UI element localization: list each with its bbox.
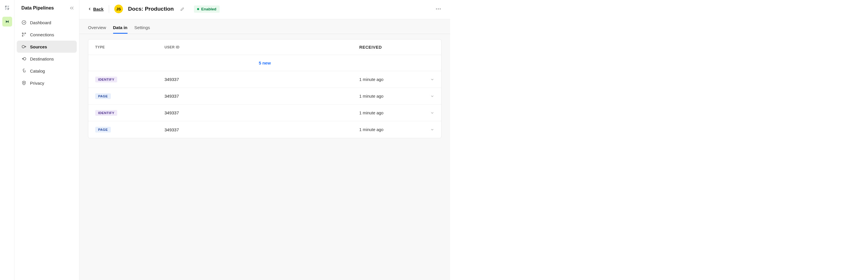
- sidebar-item-sources[interactable]: Sources: [17, 41, 77, 53]
- more-menu-button[interactable]: [435, 6, 441, 12]
- dashboard-icon: [21, 20, 27, 25]
- table-header: TYPE USER ID RECEIVED: [88, 39, 441, 55]
- app-logo-icon[interactable]: [3, 4, 11, 11]
- chevron-left-icon: [88, 7, 91, 11]
- source-title: Docs: Production: [128, 6, 174, 12]
- table-row[interactable]: IDENTIFY 349337 1 minute ago: [88, 105, 441, 121]
- expand-row-button[interactable]: [430, 111, 434, 115]
- chevron-down-icon: [430, 94, 434, 98]
- svg-point-5: [22, 45, 25, 48]
- sidebar-item-label: Catalog: [30, 69, 45, 73]
- sources-icon: [21, 44, 27, 49]
- column-type: TYPE: [95, 45, 164, 49]
- event-received: 1 minute ago: [359, 111, 423, 115]
- app-root: Data Pipelines Dashboard Connections: [0, 0, 868, 280]
- expand-row-button[interactable]: [430, 94, 434, 98]
- svg-point-1: [24, 22, 24, 23]
- svg-point-8: [436, 8, 437, 9]
- svg-point-10: [440, 8, 441, 9]
- sidebar-item-catalog[interactable]: Catalog: [17, 65, 77, 77]
- chevron-down-icon: [430, 111, 434, 115]
- edit-title-button[interactable]: [180, 7, 185, 11]
- app-rail: [0, 0, 14, 280]
- event-type-badge: PAGE: [95, 127, 111, 133]
- back-label: Back: [93, 7, 103, 11]
- main-body: Overview Data in Settings TYPE USER ID R…: [80, 19, 450, 280]
- event-user-id: 349337: [164, 127, 359, 132]
- svg-point-3: [25, 33, 26, 34]
- app-nav-selected-icon[interactable]: [2, 17, 12, 27]
- chevron-down-icon: [430, 77, 434, 81]
- vertical-divider: [109, 5, 109, 13]
- back-button[interactable]: Back: [88, 7, 103, 11]
- tab-overview[interactable]: Overview: [88, 25, 106, 34]
- sidebar-title: Data Pipelines: [21, 5, 54, 11]
- dots-horizontal-icon: [435, 6, 441, 12]
- table-row[interactable]: PAGE 349337 1 minute ago: [88, 88, 441, 105]
- connections-icon: [21, 32, 27, 37]
- event-type-badge: IDENTIFY: [95, 110, 117, 116]
- column-user-id: USER ID: [164, 45, 359, 49]
- tab-data-in[interactable]: Data in: [113, 25, 128, 34]
- svg-point-6: [23, 58, 26, 60]
- pencil-icon: [180, 7, 185, 11]
- table-row[interactable]: IDENTIFY 349337 1 minute ago: [88, 71, 441, 88]
- svg-point-2: [22, 33, 23, 34]
- collapse-sidebar-button[interactable]: [69, 5, 74, 11]
- event-type-badge: IDENTIFY: [95, 77, 117, 82]
- svg-point-4: [22, 35, 23, 36]
- chevron-down-icon: [430, 128, 434, 132]
- sidebar: Data Pipelines Dashboard Connections: [14, 0, 80, 280]
- source-badge: JS: [114, 5, 123, 13]
- sidebar-header: Data Pipelines: [14, 5, 79, 16]
- event-type-badge: PAGE: [95, 93, 111, 99]
- sidebar-item-destinations[interactable]: Destinations: [17, 53, 77, 65]
- sidebar-item-label: Destinations: [30, 57, 54, 61]
- sidebar-item-connections[interactable]: Connections: [17, 29, 77, 41]
- column-received: RECEIVED: [359, 45, 423, 49]
- tab-settings[interactable]: Settings: [134, 25, 150, 34]
- events-table: TYPE USER ID RECEIVED 5 new IDENTIFY 349…: [88, 39, 441, 138]
- event-user-id: 349337: [164, 94, 359, 99]
- new-events-banner[interactable]: 5 new: [88, 55, 441, 71]
- catalog-icon: [21, 68, 27, 73]
- topbar: Back JS Docs: Production Enabled: [80, 0, 450, 19]
- expand-row-button[interactable]: [430, 77, 434, 81]
- sidebar-item-label: Connections: [30, 32, 54, 37]
- empty-right-gap: [450, 0, 868, 280]
- svg-rect-7: [24, 83, 25, 83]
- sidebar-item-privacy[interactable]: Privacy: [17, 77, 77, 89]
- status-label: Enabled: [201, 7, 216, 11]
- event-received: 1 minute ago: [359, 94, 423, 99]
- main: Back JS Docs: Production Enabled Overvie…: [80, 0, 450, 280]
- sidebar-item-dashboard[interactable]: Dashboard: [17, 16, 77, 29]
- event-user-id: 349337: [164, 110, 359, 115]
- sidebar-item-label: Privacy: [30, 81, 44, 85]
- event-user-id: 349337: [164, 77, 359, 82]
- sidebar-nav: Dashboard Connections Sources Destinatio…: [14, 16, 79, 89]
- event-received: 1 minute ago: [359, 127, 423, 132]
- sidebar-item-label: Dashboard: [30, 20, 51, 25]
- privacy-icon: [21, 80, 27, 85]
- sidebar-item-label: Sources: [30, 44, 47, 49]
- event-received: 1 minute ago: [359, 77, 423, 82]
- tabs: Overview Data in Settings: [80, 19, 450, 34]
- svg-point-9: [438, 8, 439, 9]
- destinations-icon: [21, 56, 27, 61]
- status-dot-icon: [197, 8, 199, 10]
- status-badge: Enabled: [194, 5, 220, 13]
- table-row[interactable]: PAGE 349337 1 minute ago: [88, 121, 441, 138]
- expand-row-button[interactable]: [430, 128, 434, 132]
